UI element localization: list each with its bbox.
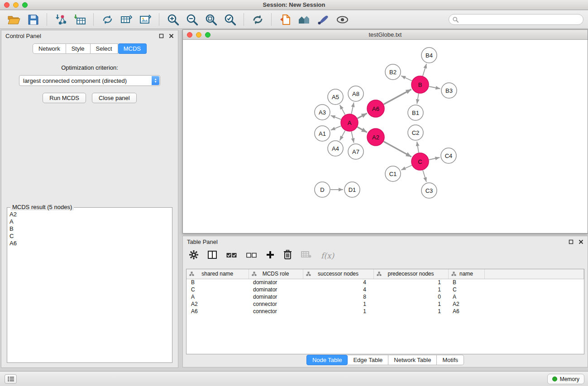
table-row[interactable]: A2connector11A2 bbox=[186, 300, 584, 308]
graph-node-A1[interactable]: A1 bbox=[315, 126, 330, 141]
graph-edge-A-A3[interactable] bbox=[331, 115, 341, 119]
graph-node-B[interactable]: B bbox=[411, 76, 429, 93]
graph-edge-B-B2[interactable] bbox=[401, 76, 412, 81]
search-box[interactable] bbox=[449, 14, 583, 25]
tab-mcds[interactable]: MCDS bbox=[118, 43, 147, 54]
zoom-selected-button[interactable] bbox=[222, 12, 238, 27]
graph-node-A7[interactable]: A7 bbox=[348, 144, 363, 159]
graph-node-C4[interactable]: C4 bbox=[441, 148, 456, 163]
graph-node-A8[interactable]: A8 bbox=[348, 86, 363, 101]
task-history-button[interactable] bbox=[5, 374, 17, 384]
column-header-shared-name[interactable]: shared name bbox=[186, 269, 249, 279]
table-row[interactable]: Adominator80A bbox=[186, 293, 584, 300]
network-canvas[interactable]: B4B2BB3A5A8A6B1A3AC2A1A2A4A7C4CC1C3DD1 bbox=[183, 40, 588, 233]
column-header-successor-nodes[interactable]: successor nodes bbox=[303, 269, 373, 279]
export-image-button[interactable] bbox=[137, 12, 153, 27]
zoom-fit-button[interactable] bbox=[203, 12, 219, 27]
network-close-button[interactable] bbox=[187, 32, 192, 38]
graph-node-D[interactable]: D bbox=[315, 182, 330, 197]
graph-edge-C-C1[interactable] bbox=[401, 165, 412, 170]
select-all-button[interactable] bbox=[226, 252, 237, 260]
zoom-out-button[interactable] bbox=[184, 12, 200, 27]
graph-edge-A-A6[interactable] bbox=[358, 113, 367, 118]
dropdown-stepper-icon[interactable]: ▲▼ bbox=[152, 76, 159, 85]
delete-table-button[interactable] bbox=[301, 251, 311, 260]
zoom-in-button[interactable] bbox=[165, 12, 181, 27]
graph-edge-A-A2[interactable] bbox=[358, 127, 367, 133]
graph-node-B1[interactable]: B1 bbox=[408, 105, 423, 120]
close-table-panel-icon[interactable] bbox=[578, 239, 583, 244]
export-table-button[interactable] bbox=[118, 12, 134, 27]
network-zoom-button[interactable] bbox=[205, 32, 210, 38]
network-graph[interactable]: B4B2BB3A5A8A6B1A3AC2A1A2A4A7C4CC1C3DD1 bbox=[183, 40, 588, 234]
criterion-dropdown[interactable]: largest connected component (directed) ▲… bbox=[19, 75, 160, 86]
column-header-predecessor-nodes[interactable]: predecessor nodes bbox=[373, 269, 448, 279]
tab-node-table[interactable]: Node Table bbox=[306, 355, 348, 365]
network-minimize-button[interactable] bbox=[196, 32, 201, 38]
tab-edge-table[interactable]: Edge Table bbox=[348, 355, 388, 365]
graph-node-A4[interactable]: A4 bbox=[328, 141, 343, 156]
graph-node-C[interactable]: C bbox=[411, 153, 429, 170]
import-network-file-button[interactable] bbox=[53, 12, 69, 27]
add-column-button[interactable] bbox=[266, 251, 274, 261]
mcds-result-item[interactable]: B bbox=[10, 225, 172, 233]
show-hide-button[interactable] bbox=[334, 12, 350, 27]
table-row[interactable]: Cdominator41C bbox=[186, 286, 584, 293]
mcds-result-item[interactable]: C bbox=[10, 233, 172, 240]
close-panel-button[interactable]: Close panel bbox=[92, 93, 137, 103]
graph-edge-C-C2[interactable] bbox=[417, 142, 419, 152]
graph-edge-A6-B[interactable] bbox=[384, 90, 411, 105]
graph-edge-A-A8[interactable] bbox=[351, 103, 354, 114]
graph-node-A5[interactable]: A5 bbox=[328, 89, 343, 105]
import-table-file-button[interactable] bbox=[72, 12, 88, 27]
graph-edge-B-B3[interactable] bbox=[429, 86, 440, 89]
column-header-name[interactable]: name bbox=[448, 269, 484, 279]
graph-node-A3[interactable]: A3 bbox=[315, 105, 330, 120]
table-settings-button[interactable] bbox=[189, 250, 198, 261]
graph-node-D1[interactable]: D1 bbox=[344, 182, 360, 197]
graph-edge-C-C3[interactable] bbox=[423, 170, 426, 182]
function-builder-button[interactable]: f(x) bbox=[321, 251, 334, 260]
graph-node-C3[interactable]: C3 bbox=[421, 183, 437, 198]
close-window-button[interactable] bbox=[4, 2, 10, 8]
graph-edge-A-A5[interactable] bbox=[340, 105, 345, 115]
mcds-result-item[interactable]: A2 bbox=[10, 211, 172, 218]
graph-edge-A2-C[interactable] bbox=[384, 142, 411, 157]
column-header-mcds-role[interactable]: MCDS role bbox=[249, 269, 303, 279]
graph-node-C2[interactable]: C2 bbox=[408, 125, 423, 140]
open-document-button[interactable] bbox=[277, 12, 293, 27]
mcds-result-item[interactable]: A bbox=[10, 218, 172, 225]
table-row[interactable]: Bdominator41B bbox=[186, 279, 584, 286]
network-window-titlebar[interactable]: testGlobe.txt bbox=[183, 30, 588, 40]
tab-style[interactable]: Style bbox=[66, 43, 91, 54]
graph-node-B2[interactable]: B2 bbox=[385, 64, 401, 80]
mcds-result-item[interactable]: A6 bbox=[10, 240, 172, 247]
graph-node-B4[interactable]: B4 bbox=[421, 48, 437, 63]
graph-edge-A-A7[interactable] bbox=[351, 132, 354, 143]
home-button[interactable] bbox=[296, 12, 312, 27]
minimize-window-button[interactable] bbox=[13, 2, 19, 8]
graph-edge-A-A4[interactable] bbox=[340, 131, 345, 141]
fullscreen-window-button[interactable] bbox=[22, 2, 28, 8]
graph-node-A2[interactable]: A2 bbox=[367, 129, 384, 146]
show-columns-button[interactable] bbox=[208, 251, 217, 261]
style-brush-button[interactable] bbox=[315, 12, 331, 27]
graph-edge-B-B1[interactable] bbox=[417, 94, 419, 104]
node-table[interactable]: shared name MCDS role successor nodes pr… bbox=[186, 269, 584, 354]
graph-edge-B-B4[interactable] bbox=[423, 64, 426, 76]
float-panel-icon[interactable] bbox=[159, 33, 164, 38]
graph-edge-C-C4[interactable] bbox=[429, 157, 440, 160]
delete-column-button[interactable] bbox=[284, 250, 292, 261]
search-input[interactable] bbox=[461, 16, 579, 23]
graph-node-B3[interactable]: B3 bbox=[441, 83, 457, 98]
tab-select[interactable]: Select bbox=[91, 43, 118, 54]
graph-edge-A-A1[interactable] bbox=[331, 126, 341, 130]
memory-button[interactable]: Memory bbox=[547, 374, 584, 384]
graph-node-A6[interactable]: A6 bbox=[367, 100, 384, 117]
tab-network-table[interactable]: Network Table bbox=[388, 355, 437, 365]
graph-node-A[interactable]: A bbox=[341, 114, 358, 131]
open-file-button[interactable] bbox=[6, 12, 22, 27]
float-table-panel-icon[interactable] bbox=[569, 239, 574, 244]
refresh-layout-button[interactable] bbox=[249, 12, 266, 27]
tab-network[interactable]: Network bbox=[33, 43, 66, 54]
